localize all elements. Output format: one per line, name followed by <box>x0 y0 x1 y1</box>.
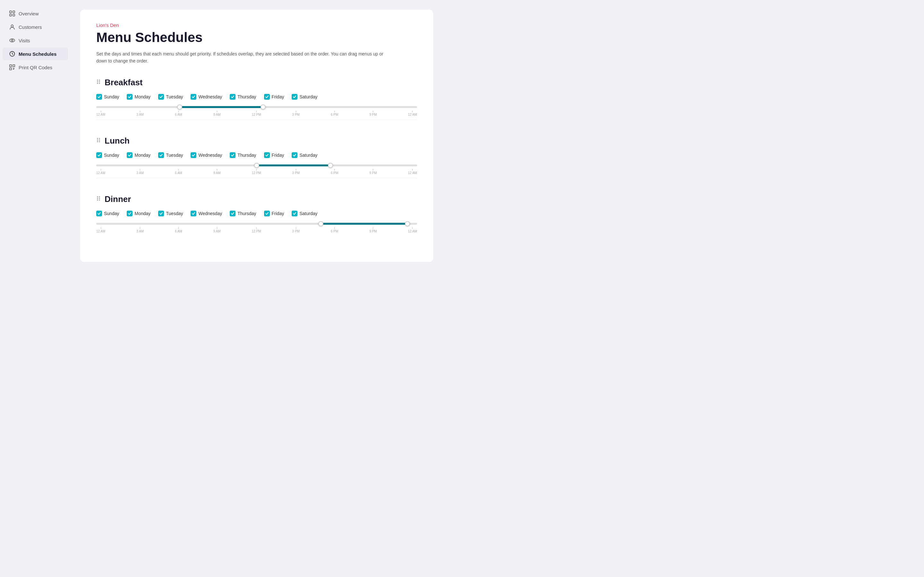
svg-point-23 <box>97 196 98 197</box>
day-checkbox-breakfast-saturday[interactable]: Saturday <box>292 94 317 100</box>
checkbox-tuesday <box>158 211 164 216</box>
checkbox-thursday <box>230 211 236 216</box>
svg-rect-3 <box>13 14 15 16</box>
svg-point-4 <box>11 25 13 27</box>
sidebar-item-visits[interactable]: Visits <box>3 34 68 47</box>
days-row-dinner: SundayMondayTuesdayWednesdayThursdayFrid… <box>96 211 417 216</box>
tick-3-AM: 3 AM <box>136 169 144 175</box>
tick-label-3-AM: 3 AM <box>136 113 144 116</box>
slider-dinner[interactable] <box>96 223 417 225</box>
tick-label-12-AM: 12 AM <box>408 113 417 116</box>
slider-thumb-start-dinner[interactable] <box>318 221 323 226</box>
slider-track-lunch <box>96 164 417 166</box>
day-checkbox-lunch-tuesday[interactable]: Tuesday <box>158 152 183 158</box>
tick-6-AM: 6 AM <box>175 111 182 116</box>
sidebar-item-menu-schedules[interactable]: Menu Schedules <box>3 47 68 60</box>
day-checkbox-lunch-friday[interactable]: Friday <box>264 152 284 158</box>
day-checkbox-breakfast-tuesday[interactable]: Tuesday <box>158 94 183 100</box>
checkbox-monday <box>127 211 132 216</box>
tick-label-12-AM: 12 AM <box>408 229 417 233</box>
day-label-sunday: Sunday <box>104 153 119 158</box>
sidebar-item-overview[interactable]: Overview <box>3 7 68 20</box>
day-checkbox-breakfast-friday[interactable]: Friday <box>264 94 284 100</box>
drag-handle-lunch[interactable] <box>96 137 101 145</box>
day-checkbox-breakfast-monday[interactable]: Monday <box>127 94 150 100</box>
day-checkbox-dinner-sunday[interactable]: Sunday <box>96 211 119 216</box>
tick-9-AM: 9 AM <box>213 227 221 233</box>
tick-bar <box>217 111 217 112</box>
svg-point-21 <box>97 141 98 142</box>
svg-point-22 <box>99 141 100 142</box>
svg-point-27 <box>97 199 98 201</box>
tick-12-PM: 12 PM <box>252 169 261 175</box>
tick-bar <box>178 227 179 229</box>
day-checkbox-breakfast-thursday[interactable]: Thursday <box>230 94 256 100</box>
page-title: Menu Schedules <box>96 30 417 45</box>
tick-12-AM: 12 AM <box>96 227 105 233</box>
day-label-monday: Monday <box>134 211 150 216</box>
slider-lunch[interactable] <box>96 164 417 166</box>
section-divider <box>96 119 417 120</box>
day-checkbox-dinner-monday[interactable]: Monday <box>127 211 150 216</box>
tick-12-AM: 12 AM <box>408 227 417 233</box>
slider-thumb-end-lunch[interactable] <box>328 163 333 168</box>
day-label-tuesday: Tuesday <box>166 211 183 216</box>
sidebar-item-print-qr-codes[interactable]: Print QR Codes <box>3 61 68 74</box>
tick-label-3-PM: 3 PM <box>292 229 300 233</box>
tick-bar <box>373 111 373 112</box>
slider-thumb-end-dinner[interactable] <box>405 221 410 226</box>
brand-name: Lion's Den <box>96 23 417 28</box>
checkbox-thursday <box>230 94 236 100</box>
clock-icon <box>9 51 15 57</box>
tick-bar <box>412 227 413 229</box>
sidebar-label-visits: Visits <box>19 38 30 43</box>
slider-breakfast[interactable] <box>96 106 417 108</box>
checkbox-friday <box>264 152 270 158</box>
sidebar-label-print-qr-codes: Print QR Codes <box>19 65 52 70</box>
slider-thumb-end-breakfast[interactable] <box>260 105 266 110</box>
tick-label-3-AM: 3 AM <box>136 229 144 233</box>
tick-9-PM: 9 PM <box>369 111 376 116</box>
checkbox-saturday <box>292 94 297 100</box>
day-checkbox-lunch-saturday[interactable]: Saturday <box>292 152 317 158</box>
day-checkbox-dinner-tuesday[interactable]: Tuesday <box>158 211 183 216</box>
day-checkbox-breakfast-sunday[interactable]: Sunday <box>96 94 119 100</box>
day-checkbox-dinner-saturday[interactable]: Saturday <box>292 211 317 216</box>
svg-rect-2 <box>10 14 11 16</box>
day-label-monday: Monday <box>134 153 150 158</box>
tick-bar <box>178 111 179 112</box>
checkbox-monday <box>127 94 132 100</box>
tick-3-PM: 3 PM <box>292 169 300 175</box>
drag-handle-breakfast[interactable] <box>96 79 101 86</box>
day-checkbox-dinner-wednesday[interactable]: Wednesday <box>191 211 222 216</box>
day-checkbox-lunch-monday[interactable]: Monday <box>127 152 150 158</box>
tick-bar <box>217 227 217 229</box>
tick-bar <box>101 227 101 229</box>
grid-icon <box>9 10 15 17</box>
day-checkbox-lunch-thursday[interactable]: Thursday <box>230 152 256 158</box>
tick-bar <box>256 169 257 171</box>
tick-label-9-PM: 9 PM <box>369 229 376 233</box>
sidebar-label-menu-schedules: Menu Schedules <box>19 51 57 57</box>
drag-handle-dinner[interactable] <box>96 195 101 203</box>
menus-container: BreakfastSundayMondayTuesdayWednesdayThu… <box>96 77 417 233</box>
svg-point-12 <box>99 79 100 81</box>
tick-12-PM: 12 PM <box>252 227 261 233</box>
day-checkbox-lunch-sunday[interactable]: Sunday <box>96 152 119 158</box>
tick-label-6-PM: 6 PM <box>331 229 338 233</box>
day-checkbox-breakfast-wednesday[interactable]: Wednesday <box>191 94 222 100</box>
checkbox-sunday <box>96 211 102 216</box>
checkbox-saturday <box>292 211 297 216</box>
tick-label-3-PM: 3 PM <box>292 171 300 175</box>
day-checkbox-dinner-friday[interactable]: Friday <box>264 211 284 216</box>
tick-label-3-AM: 3 AM <box>136 171 144 175</box>
tick-bar <box>101 169 101 171</box>
menu-section-lunch: LunchSundayMondayTuesdayWednesdayThursda… <box>96 136 417 178</box>
sidebar-item-customers[interactable]: Customers <box>3 21 68 33</box>
slider-fill-lunch <box>257 164 330 166</box>
svg-point-28 <box>99 199 100 201</box>
slider-thumb-start-breakfast[interactable] <box>177 105 182 110</box>
slider-thumb-start-lunch[interactable] <box>254 163 259 168</box>
day-checkbox-lunch-wednesday[interactable]: Wednesday <box>191 152 222 158</box>
day-checkbox-dinner-thursday[interactable]: Thursday <box>230 211 256 216</box>
